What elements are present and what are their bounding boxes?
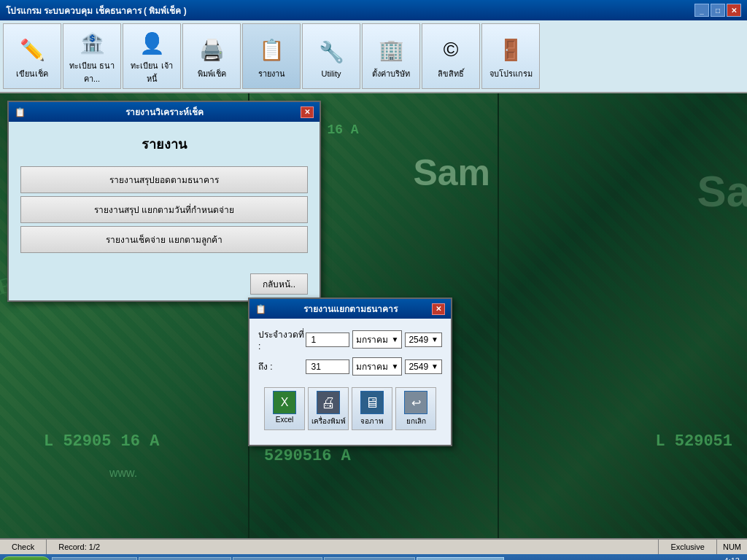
report-label: รายงาน: [258, 67, 285, 80]
month-dropdown-arrow: ▼: [391, 335, 398, 343]
date-to-month-dropdown[interactable]: มกราคม ▼: [352, 357, 402, 376]
utility-label: Utility: [322, 69, 341, 78]
date-from-month-dropdown[interactable]: มกราคม ▼: [352, 330, 402, 349]
company-settings-icon: 🏢: [374, 32, 409, 67]
print-check-label: พิมพ์เช็ค: [198, 67, 226, 80]
status-bar: Check Record: 1/2 Exclusive NUM: [0, 538, 747, 554]
to-month-dropdown-arrow: ▼: [391, 362, 398, 370]
status-exclusive: Exclusive: [659, 540, 716, 554]
taskbar-item-star[interactable]: 🎵 92. The Star 2 - ...: [324, 557, 414, 560]
report-btn-date[interactable]: รายงานสรุป แยกตามวันที่กำหนดจ่าย: [20, 196, 308, 223]
bg-serial-3: 5290516 A: [264, 447, 351, 465]
write-check-icon: ✏️: [15, 32, 50, 67]
report-back-button[interactable]: กลับหน้..: [250, 273, 308, 295]
bank-report-titlebar: 📋 รายงานแยกตามธนาคาร ✕: [249, 299, 451, 319]
date-from-row: ประจำงวดที่ : 1 มกราคม ▼ 2549 ▼: [258, 327, 442, 351]
app-title: โปรแกรม ระบบควบคุม เช็คธนาคาร ( พิมพ์เช็…: [6, 4, 694, 18]
status-numlock: NUM: [717, 540, 747, 554]
date-to-label: ถึง :: [258, 359, 306, 373]
toolbar-report[interactable]: 📋 รายงาน: [242, 23, 301, 89]
report-list-dialog: 📋 รายงานวิเคราะห์เช็ค ✕ รายงาน รายงานสรุ…: [7, 101, 321, 302]
register-creditor-icon: 👤: [134, 27, 169, 59]
toolbar: ✏️ เขียนเช็ค 🏦 ทะเบียน ธนาคา... 👤 ทะเบีย…: [0, 20, 747, 93]
toolbar-rights[interactable]: © ลิขสิทธิ์: [422, 23, 480, 89]
report-icon: 📋: [254, 32, 289, 67]
date-from-day[interactable]: 1: [306, 332, 349, 347]
to-year-dropdown-arrow: ▼: [431, 362, 438, 370]
date-to-year-dropdown[interactable]: 2549 ▼: [405, 359, 442, 374]
print-check-icon: 🖨️: [194, 32, 229, 67]
bg-www: www.: [109, 467, 137, 480]
report-list-dialog-icon: 📋: [15, 107, 26, 117]
bank-report-title: รายงานแยกตามธนาคาร: [303, 302, 398, 316]
preview-button[interactable]: 🖥 จอภาพ: [352, 387, 392, 430]
toolbar-company-settings[interactable]: 🏢 ตั้งค่าบริษัท: [362, 23, 420, 89]
printer-button[interactable]: 🖨 เครื่องพิมพ์: [308, 387, 349, 430]
register-bank-label: ทะเบียน ธนาคา...: [66, 59, 117, 85]
start-button[interactable]: 🪟 start: [1, 556, 50, 560]
bank-report-dialog-icon: 📋: [255, 304, 266, 314]
report-list-title: รายงานวิเคราะห์เช็ค: [125, 105, 204, 119]
date-from-label: ประจำงวดที่ :: [258, 327, 306, 351]
close-button[interactable]: ✕: [727, 4, 741, 17]
date-to-day[interactable]: 31: [306, 359, 349, 374]
bg-sam: Sam: [413, 152, 490, 194]
taskbar-item-photoshop[interactable]: 🎨 Adobe Photoshop: [233, 557, 322, 560]
report-list-heading: รายงาน: [20, 133, 308, 155]
taskbar-tray: TH 🔊 4:13 PM: [692, 556, 746, 560]
bg-right: Sa L 529051: [499, 93, 747, 538]
bg-sam-2: Sa: [697, 166, 747, 217]
register-bank-icon: 🏦: [74, 27, 109, 59]
taskbar-item-aristo[interactable]: 📁 ..:: Aristo Cheq...: [52, 557, 137, 560]
exit-icon: 🚪: [493, 32, 528, 67]
printer-icon: 🖨: [317, 391, 340, 414]
status-record: Record: 1/2: [47, 540, 659, 554]
toolbar-register-bank[interactable]: 🏦 ทะเบียน ธนาคา...: [63, 23, 121, 89]
rights-label: ลิขสิทธิ์: [438, 67, 464, 80]
window-controls: _ □ ✕: [694, 4, 741, 17]
toolbar-exit[interactable]: 🚪 จบโปรแกรม: [481, 23, 540, 89]
minimize-button[interactable]: _: [694, 4, 709, 17]
utility-icon: 🔧: [314, 34, 349, 69]
toolbar-print-check[interactable]: 🖨️ พิมพ์เช็ค: [182, 23, 241, 89]
status-check: Check: [0, 540, 47, 554]
report-btn-bank[interactable]: รายงานสรุปยอดตามธนาคาร: [20, 166, 308, 193]
bank-action-buttons: X Excel 🖨 เครื่องพิมพ์ 🖥 จอภาพ ↩ ยกเลิก: [258, 381, 442, 436]
maximize-button[interactable]: □: [711, 4, 725, 17]
bank-report-dialog: 📋 รายงานแยกตามธนาคาร ✕ ประจำงวดที่ : 1 ม…: [248, 298, 452, 446]
date-from-year-dropdown[interactable]: 2549 ▼: [405, 332, 442, 347]
register-creditor-label: ทะเบียน เจ้าหนี้: [126, 59, 177, 85]
excel-icon: X: [273, 391, 296, 414]
bg-serial-4: L 529051: [655, 432, 732, 451]
taskbar: 🪟 start 📁 ..:: Aristo Cheq... 🌐 Macromed…: [0, 554, 747, 560]
write-check-label: เขียนเช็ค: [16, 67, 48, 80]
company-settings-label: ตั้งค่าบริษัท: [372, 67, 410, 80]
main-area: 50 L 52905 16 A FEDERAL RESERVE NOTE www…: [0, 93, 747, 538]
date-to-row: ถึง : 31 มกราคม ▼ 2549 ▼: [258, 357, 442, 376]
preview-icon: 🖥: [360, 391, 384, 414]
tray-clock: 4:13 PM: [721, 556, 743, 560]
bank-report-close-button[interactable]: ✕: [432, 303, 445, 315]
rights-icon: ©: [433, 32, 468, 67]
excel-button[interactable]: X Excel: [264, 387, 305, 430]
toolbar-register-creditor[interactable]: 👤 ทะเบียน เจ้าหนี้: [123, 23, 181, 89]
report-list-content: รายงาน รายงานสรุปยอดตามธนาคาร รายงานสรุป…: [9, 122, 320, 268]
report-btn-customer[interactable]: รายงานเช็คจ่าย แยกตามลูกค้า: [20, 226, 308, 253]
cancel-button[interactable]: ↩ ยกเลิก: [395, 387, 436, 430]
report-list-footer: กลับหน้..: [9, 268, 320, 300]
exit-label: จบโปรแกรม: [489, 67, 533, 80]
cancel-icon: ↩: [404, 391, 427, 414]
year-dropdown-arrow: ▼: [431, 335, 438, 343]
report-list-titlebar: 📋 รายงานวิเคราะห์เช็ค ✕: [9, 102, 320, 122]
bg-serial: L 52905 16 A: [44, 432, 159, 451]
toolbar-write-check[interactable]: ✏️ เขียนเช็ค: [3, 23, 61, 89]
toolbar-utility[interactable]: 🔧 Utility: [302, 23, 360, 89]
bank-report-content: ประจำงวดที่ : 1 มกราคม ▼ 2549 ▼ ถึง : 31: [249, 319, 451, 445]
title-bar: โปรแกรม ระบบควบคุม เช็คธนาคาร ( พิมพ์เช็…: [0, 0, 747, 20]
taskbar-item-macromedia[interactable]: 🌐 Macromedia Dre...: [139, 557, 231, 560]
taskbar-item-program[interactable]: 💻 โปรแกรม ระบบ...: [417, 557, 504, 560]
report-list-close-button[interactable]: ✕: [301, 106, 314, 118]
